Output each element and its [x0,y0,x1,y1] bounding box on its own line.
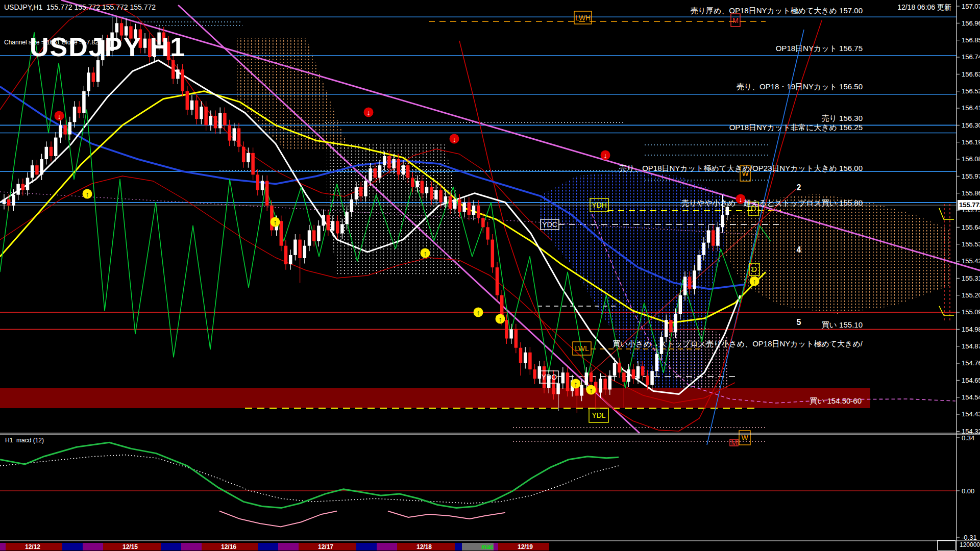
chart-canvas[interactable]: LWHMYDHYDCWDDLWLYDOYDLWM ↓↓↓↓↓↑↑↑↑↑↑↑↑ 売… [0,0,980,551]
candle-bull [3,199,6,204]
candle-bull [721,215,724,227]
level-box-label: YDH [592,201,607,209]
date-axis-bar[interactable]: 12/1212/1512/1612/1712/18macd ON12/19 [0,543,549,550]
candle-bear [481,218,485,227]
price-axis-label: 154.870 [962,342,980,350]
buy-zone-band [0,388,870,408]
macd-osma-line [388,511,505,519]
annotation: 買い小さめ→ストップロス売り小さめ、OP18日NYカット極めて大きめ/ [612,339,863,348]
candle-bear [646,375,649,385]
candle-bull [462,203,466,212]
candle-bull [218,113,222,128]
candle-bull [289,255,292,264]
annotation: 4 [797,245,801,254]
candle-bear [688,277,692,289]
level-box-label: M [732,16,739,24]
macd-signal-line [0,455,619,504]
candle-bear [397,159,401,174]
candle-bull [96,60,100,82]
candle-bear [491,240,495,268]
buy-zone-rect [0,388,870,408]
annotation: OP18日NYカット 156.75 [776,44,863,53]
candle-bull [650,371,654,385]
date-bar-segment [494,543,498,550]
candle-bear [298,240,302,258]
annotation: 売り、OP18日NYカット極めて大きめ/OP23日NYカット大きめ 156.00 [619,164,863,172]
price-axis-label: 156.850 [962,36,980,44]
candle-bear [496,267,499,295]
sell-arrow: ↓ [604,152,607,160]
price-axis[interactable]: 157.070156.960156.850156.740156.630156.5… [957,0,980,551]
level-box-label: M [731,439,737,447]
candle-bear [387,156,391,168]
candle-bear [181,69,184,91]
candle-bull [303,246,307,258]
candle-bull [693,270,696,289]
macd-osma-line [219,511,337,527]
candle-bear [421,181,424,193]
date-label: 12/17 [318,543,333,550]
date-label: 12/16 [221,543,236,550]
date-bar-segment [181,543,202,550]
price-axis-label: 155.310 [962,274,980,282]
price-axis-label: 156.520 [962,87,980,95]
annotation: 売りやや小さめ 超えるとストップロス買い 155.80 [681,198,863,207]
level-box-label: LWL [575,344,589,353]
candle-bull [40,159,43,174]
price-axis-label: 156.080 [962,155,980,163]
candle-bear [63,125,67,134]
candle-bull [209,116,213,125]
date-label: 12/18 [416,543,432,550]
date-bar-segment [161,543,181,550]
candle-bear [195,101,199,119]
chart-window: LWHMYDHYDCWDDLWLYDOYDLWM ↓↓↓↓↓↑↑↑↑↑↑↑↑ 売… [0,0,980,551]
buy-arrow: ↑ [274,218,277,227]
candle-bull [453,199,457,209]
candle-bull [580,385,583,395]
annotation: 2 [797,183,801,192]
price-axis-label: 155.640 [962,223,980,231]
price-axis-label: 156.960 [962,19,980,27]
price-axis-label: 154.980 [962,325,980,333]
price-axis-label: 154.430 [962,410,980,418]
candle-bull [707,230,710,242]
candle-bear [237,128,241,146]
volume-box [937,540,955,550]
candle-bull [16,184,20,194]
candle-bull [665,320,668,337]
volume-label: 120000 [960,541,980,548]
candle-bull [679,295,682,314]
candle-bear [374,168,377,178]
candle-bear [411,178,414,187]
candle-bull [561,372,565,383]
date-label: 12/19 [518,543,533,550]
candle-bull [200,107,203,119]
sell-arrow: ↓ [453,135,456,143]
candle-bear [533,369,536,379]
candle-bull [627,369,630,382]
price-axis-label: 156.630 [962,70,980,78]
candle-bear [284,246,288,264]
date-bar-segment [62,543,83,550]
candle-bear [632,369,635,379]
candle-bear [7,199,11,206]
level-box-label: YDO [542,373,557,381]
gadget-yellow-bottom [939,306,954,315]
candle-bull [322,215,325,226]
candle-bear [92,72,95,82]
candle-bull [261,181,264,190]
current-price-tag: 155.772 [958,200,980,210]
date-label: 12/15 [122,543,138,550]
candle-bull [383,156,386,165]
candle-bear [359,187,363,196]
price-axis-label: 157.070 [962,3,980,10]
macd-pane [0,433,980,541]
candle-bull [59,125,62,137]
candle-bull [636,366,640,379]
date-bar-segment [258,543,278,550]
price-axis-label: 155.200 [962,291,980,299]
candle-bull [247,153,250,162]
candle-bull [726,207,729,215]
candle-bull [12,195,15,206]
sell-arrow: ↓ [58,112,61,120]
